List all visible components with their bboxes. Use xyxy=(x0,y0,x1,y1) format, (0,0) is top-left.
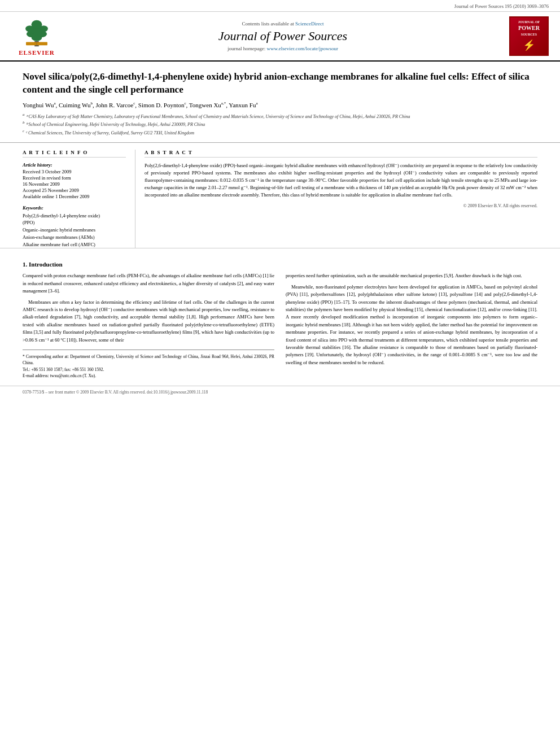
abstract-text: Poly(2,6-dimethyl-1,4-phenylene oxide) (… xyxy=(145,162,537,199)
affiliation-b: b ᵇ School of Chemical Engineering, Hefe… xyxy=(23,120,537,128)
abstract-title: A B S T R A C T xyxy=(145,150,537,158)
keyword-1: (PPO) xyxy=(23,219,126,226)
keyword-3: Anion-exchange membranes (AEMs) xyxy=(23,234,126,241)
intro-left-column: Compared with proton exchange membrane f… xyxy=(23,272,274,379)
intro-para-1: Compared with proton exchange membrane f… xyxy=(23,272,274,295)
affiliations: a ᵃ CAS Key Laboratory of Soft Matter Ch… xyxy=(23,112,537,137)
date-revised-label: Received in revised form xyxy=(23,175,126,181)
copyright-line: © 2009 Elsevier B.V. All rights reserved… xyxy=(145,203,537,213)
date-online: Available online 1 December 2009 xyxy=(23,194,126,199)
page-wrapper: Journal of Power Sources 195 (2010) 3069… xyxy=(0,0,560,398)
keyword-0: Poly(2,6-dimethyl-1,4-phenylene oxide) xyxy=(23,212,126,220)
introduction-columns: Compared with proton exchange membrane f… xyxy=(23,272,537,379)
keywords-label: Keywords: xyxy=(23,205,126,211)
journal-logo-image: JOURNAL OF POWER SOURCES ⚡ xyxy=(509,16,549,56)
footnote-tel: Tel.: +86 551 360 1587; fax: +86 551 360… xyxy=(23,366,274,373)
footer-left: 0378-7753/$ – see front matter © 2009 El… xyxy=(23,390,208,395)
article-info-title: A R T I C L E I N F O xyxy=(23,150,126,158)
date-accepted: Accepted 25 November 2009 xyxy=(23,187,126,193)
journal-citation: Journal of Power Sources 195 (2010) 3069… xyxy=(454,3,549,9)
article-abstract-col: A B S T R A C T Poly(2,6-dimethyl-1,4-ph… xyxy=(135,150,537,248)
intro-para-3: properties need further optimization, su… xyxy=(286,272,537,279)
affiliation-c: c ᶜ Chemical Sciences, The University of… xyxy=(23,128,537,137)
header-center: Contents lists available at ScienceDirec… xyxy=(62,21,504,51)
intro-para-2: Membranes are often a key factor in dete… xyxy=(23,299,274,344)
header-section: ELSEVIER Contents lists available at Sci… xyxy=(0,12,560,62)
main-content: 1. Introduction Compared with proton exc… xyxy=(0,248,560,386)
contents-line: Contents lists available at ScienceDirec… xyxy=(62,21,504,27)
article-body: A R T I C L E I N F O Article history: R… xyxy=(0,143,560,249)
article-title: Novel silica/poly(2,6-dimethyl-1,4-pheny… xyxy=(23,71,537,97)
elsevier-logo: ELSEVIER xyxy=(11,17,62,56)
introduction-heading: 1. Introduction xyxy=(23,261,537,268)
footnote-area: * Corresponding author at: Department of… xyxy=(23,350,274,379)
date-revised: 16 November 2009 xyxy=(23,181,126,187)
elsevier-brand-text: ELSEVIER xyxy=(19,49,55,56)
journal-top-line: Journal of Power Sources 195 (2010) 3069… xyxy=(0,0,560,12)
footnote-email: E-mail address: twxu@ustc.edu.cn (T. Xu)… xyxy=(23,373,274,379)
article-info-col: A R T I C L E I N F O Article history: R… xyxy=(23,150,135,248)
keyword-2: Organic–inorganic hybrid membranes xyxy=(23,226,126,234)
date-received: Received 3 October 2009 xyxy=(23,169,126,174)
article-title-section: Novel silica/poly(2,6-dimethyl-1,4-pheny… xyxy=(0,62,560,143)
article-authors: Yonghui Wua, Cuiming Wub, John R. Varcoe… xyxy=(23,101,537,108)
affiliation-a: a ᵃ CAS Key Laboratory of Soft Matter Ch… xyxy=(23,112,537,120)
elsevier-tree-icon xyxy=(17,17,56,48)
intro-right-column: properties need further optimization, su… xyxy=(286,272,537,379)
keyword-4: Alkaline membrane fuel cell (AMFC) xyxy=(23,241,126,248)
bottom-footer: 0378-7753/$ – see front matter © 2009 El… xyxy=(0,386,560,398)
journal-homepage: journal homepage: www.elsevier.com/locat… xyxy=(62,46,504,51)
svg-point-7 xyxy=(32,20,42,28)
sciencedirect-link[interactable]: ScienceDirect xyxy=(295,21,323,27)
journal-logo-box: JOURNAL OF POWER SOURCES ⚡ xyxy=(504,16,549,56)
homepage-url[interactable]: www.elsevier.com/locate/jpowsour xyxy=(267,46,338,51)
article-history-label: Article history: xyxy=(23,162,126,168)
footnote-text: * Corresponding author at: Department of… xyxy=(23,353,274,366)
journal-title-header: Journal of Power Sources xyxy=(62,29,504,43)
intro-para-4: Meanwhile, non-fluorinated polymer elect… xyxy=(286,283,537,367)
